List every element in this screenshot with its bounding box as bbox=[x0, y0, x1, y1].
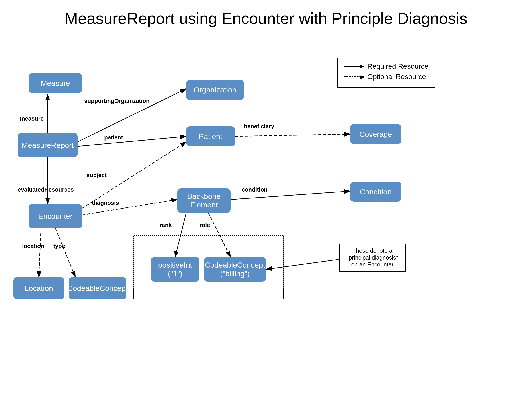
legend-required-label: Required Resource bbox=[367, 62, 429, 70]
dashed-region bbox=[133, 235, 284, 299]
node-measure-report: MeasureReport bbox=[18, 133, 78, 157]
legend-optional: Optional Resource bbox=[344, 73, 429, 81]
legend-required: Required Resource bbox=[344, 62, 429, 70]
edge-label-condition: condition bbox=[242, 186, 267, 193]
location-arrow bbox=[39, 228, 41, 277]
edge-label-supporting-org: supportingOrganization bbox=[84, 98, 150, 104]
patient-arrow bbox=[78, 136, 186, 146]
node-organization: Organization bbox=[186, 80, 244, 100]
edge-label-beneficiary: beneficiary bbox=[244, 123, 274, 130]
required-arrow-icon bbox=[344, 66, 364, 67]
legend-optional-label: Optional Resource bbox=[367, 73, 426, 81]
node-condition: Condition bbox=[350, 182, 401, 202]
edge-label-diagnosis: diagnosis bbox=[92, 200, 119, 206]
edge-label-location: location bbox=[22, 243, 44, 250]
node-measure: Measure bbox=[29, 73, 82, 93]
node-codeable-concept-1: CodeableConcept bbox=[69, 277, 126, 299]
supporting-org-arrow bbox=[78, 89, 186, 142]
beneficiary-arrow bbox=[235, 134, 350, 136]
edge-label-role: role bbox=[200, 222, 210, 228]
node-coverage: Coverage bbox=[350, 124, 401, 144]
node-patient: Patient bbox=[186, 126, 235, 146]
legend-box: Required Resource Optional Resource bbox=[337, 58, 435, 88]
node-location: Location bbox=[13, 277, 64, 299]
type-arrow bbox=[55, 228, 75, 277]
edge-label-rank: rank bbox=[160, 222, 172, 228]
node-backbone-element: Backbone Element bbox=[177, 188, 231, 213]
note-box: These denote a "principal diagnosis" on … bbox=[339, 244, 406, 272]
edge-label-evaluated-resources: evaluatedResources bbox=[18, 186, 74, 193]
edge-label-type: type bbox=[53, 243, 65, 250]
optional-arrow-icon bbox=[344, 76, 364, 77]
edge-label-patient: patient bbox=[104, 134, 123, 141]
page-title: MeasureReport using Encounter with Princ… bbox=[0, 0, 532, 28]
edge-label-measure: measure bbox=[20, 115, 44, 122]
node-encounter: Encounter bbox=[29, 204, 82, 228]
edge-label-subject: subject bbox=[86, 172, 107, 179]
